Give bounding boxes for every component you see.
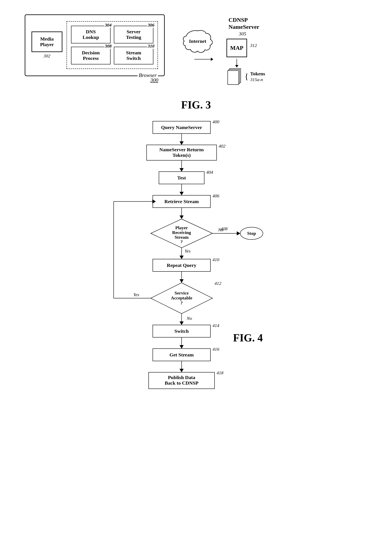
svg-marker-29 — [237, 231, 240, 235]
fig4-section: Query NameServer 400 NameServer Returns … — [12, 115, 380, 444]
dns-lookup-number: 304 — [104, 22, 112, 28]
svg-text:No: No — [218, 227, 223, 232]
cdnsp-section: Internet CDNSPNameServer 305 MAP — [181, 14, 265, 85]
decision-process-number: 308 — [104, 43, 112, 49]
svg-text:Query NameServer: Query NameServer — [161, 125, 202, 130]
browser-dashed-group: DNS Lookup 304 Server Testing 306 Decisi… — [67, 21, 158, 69]
media-player-label: Media Player — [36, 36, 58, 47]
stream-switch-number: 310 — [147, 43, 155, 49]
svg-text:404: 404 — [206, 170, 213, 175]
svg-text:410: 410 — [212, 257, 219, 262]
fig3-section: Media Player 302 DNS Lookup 304 — [12, 8, 380, 93]
svg-text:Retrieve Stream: Retrieve Stream — [165, 199, 199, 204]
svg-text:Publish Data: Publish Data — [168, 375, 195, 380]
tokens-number: 315a-n — [250, 77, 265, 82]
svg-text:Get Stream: Get Stream — [169, 352, 194, 357]
svg-marker-58 — [180, 345, 184, 349]
svg-text:No: No — [187, 316, 192, 321]
svg-text:412: 412 — [215, 281, 221, 286]
svg-text:?: ? — [181, 300, 183, 305]
svg-marker-11 — [180, 168, 184, 172]
svg-text:402: 402 — [219, 143, 225, 149]
svg-marker-16 — [180, 192, 184, 195]
svg-text:Internet: Internet — [189, 38, 206, 44]
cdnsp-number: 305 — [239, 31, 246, 37]
stream-switch-box: Stream Switch 310 — [114, 47, 153, 64]
svg-text:Test: Test — [177, 175, 186, 180]
server-testing-box: Server Testing 306 — [114, 26, 153, 43]
browser-box: Media Player 302 DNS Lookup 304 — [25, 14, 165, 76]
svg-marker-63 — [180, 369, 184, 372]
svg-text:Back to CDNSP: Back to CDNSP — [165, 380, 198, 386]
dns-lookup-box: DNS Lookup 304 — [71, 26, 111, 43]
svg-text:FIG. 4: FIG. 4 — [233, 332, 263, 344]
map-label: MAP — [230, 45, 243, 51]
svg-text:Repeat Query: Repeat Query — [167, 263, 196, 268]
svg-text:?: ? — [181, 239, 183, 244]
svg-text:Yes: Yes — [185, 248, 191, 254]
internet-cloud: Internet — [181, 29, 214, 55]
svg-marker-34 — [180, 256, 184, 259]
fig3-title: FIG. 3 — [12, 99, 380, 111]
svg-text:NameServer Returns: NameServer Returns — [159, 147, 204, 152]
fig4-flowchart-svg: Query NameServer 400 NameServer Returns … — [72, 115, 320, 444]
tokens-area: { Tokens 315a-n — [226, 68, 265, 85]
tokens-stack — [226, 68, 243, 85]
media-player-box: Media Player — [31, 31, 62, 52]
svg-marker-52 — [180, 321, 184, 325]
svg-text:Player: Player — [175, 225, 188, 230]
decision-process-label: Decision Process — [82, 50, 100, 61]
svg-text:Switch: Switch — [174, 328, 189, 334]
tokens-label: Tokens — [250, 71, 265, 76]
svg-marker-21 — [180, 215, 184, 219]
svg-marker-40 — [180, 279, 184, 283]
svg-text:Token(s): Token(s) — [173, 152, 191, 158]
svg-text:Acceptable: Acceptable — [171, 295, 192, 300]
svg-text:Service: Service — [175, 290, 189, 296]
cdnsp-title: CDNSPNameServer — [229, 16, 259, 30]
svg-text:406: 406 — [212, 193, 219, 198]
svg-text:Receiving: Receiving — [172, 230, 191, 235]
media-player-number: 302 — [44, 53, 50, 59]
svg-text:400: 400 — [212, 119, 219, 124]
svg-text:418: 418 — [217, 370, 223, 375]
tokens-brace: { — [245, 73, 249, 80]
map-number: 312 — [250, 43, 257, 48]
decision-process-box: Decision Process 308 — [71, 47, 111, 64]
server-testing-number: 306 — [147, 22, 155, 28]
svg-text:416: 416 — [212, 346, 219, 352]
browser-number: 300 — [149, 77, 159, 83]
svg-text:Stop: Stop — [247, 231, 256, 236]
svg-marker-5 — [180, 141, 184, 145]
dns-lookup-label: DNS Lookup — [83, 29, 99, 40]
map-box: MAP — [226, 39, 247, 57]
stream-switch-label: Stream Switch — [126, 50, 141, 61]
server-testing-label: Server Testing — [126, 29, 141, 40]
svg-text:414: 414 — [212, 323, 219, 328]
svg-text:Yes: Yes — [133, 292, 139, 297]
